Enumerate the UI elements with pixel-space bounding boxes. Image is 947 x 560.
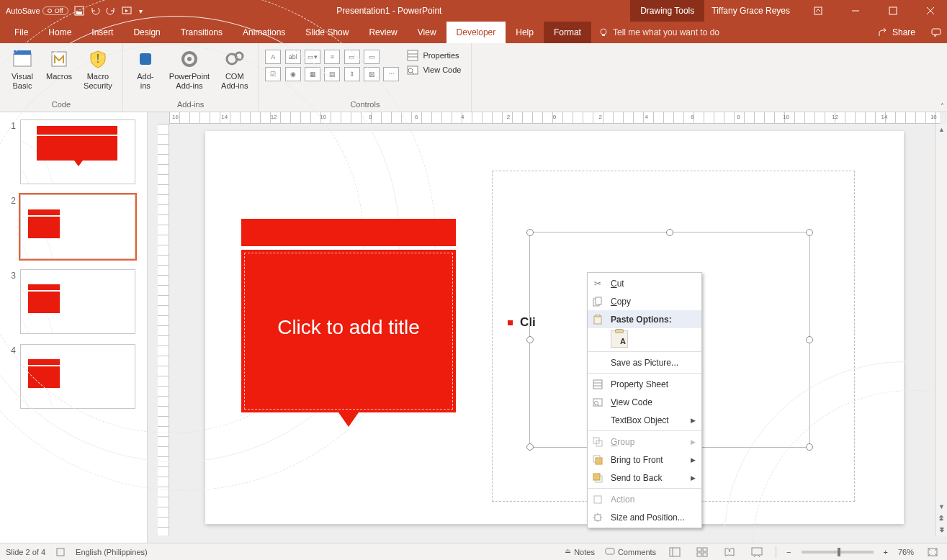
svg-rect-49 — [606, 548, 614, 554]
svg-rect-10 — [932, 29, 941, 35]
comments-button[interactable]: Comments — [605, 548, 656, 556]
tab-help[interactable]: Help — [506, 22, 544, 43]
ctx-size-position[interactable]: Size and Position... — [588, 508, 701, 526]
next-slide-icon[interactable]: ⯯ — [936, 524, 948, 536]
zoom-in-button[interactable]: + — [884, 548, 888, 556]
ctx-send-to-back[interactable]: Send to Back▶ — [588, 469, 701, 487]
status-bar: Slide 2 of 4 English (Philippines) ≐ Not… — [0, 543, 947, 560]
tab-view[interactable]: View — [408, 22, 446, 43]
property-sheet-icon — [591, 379, 605, 389]
prev-slide-icon[interactable]: ⯭ — [936, 512, 948, 524]
svg-rect-38 — [596, 458, 602, 464]
scroll-down-icon[interactable]: ▼ — [936, 501, 948, 512]
view-code-icon — [407, 64, 418, 76]
slide-canvas[interactable]: Click to add title Cli ✂Cut — [205, 131, 904, 524]
title-header-shape — [241, 219, 456, 246]
bullet-icon — [508, 320, 513, 325]
action-icon — [591, 494, 605, 505]
ctx-paste-options: Paste Options: — [588, 310, 701, 328]
tab-format[interactable]: Format — [544, 22, 591, 43]
normal-view-icon[interactable] — [666, 545, 683, 559]
collapse-ribbon-icon[interactable]: ˄ — [941, 102, 944, 110]
vertical-scrollbar[interactable]: ▲ ▼ ⯭ ⯯ — [935, 124, 947, 536]
svg-rect-27 — [596, 297, 601, 304]
svg-rect-53 — [703, 548, 707, 551]
properties-icon — [407, 50, 418, 61]
notes-button[interactable]: ≐ Notes — [565, 547, 595, 556]
ribbon-display-options-icon[interactable] — [802, 0, 835, 22]
tab-developer[interactable]: Developer — [446, 22, 506, 43]
lightbulb-icon — [598, 27, 609, 37]
contextual-tab-label: Drawing Tools — [630, 0, 704, 22]
slide-indicator[interactable]: Slide 2 of 4 — [6, 548, 45, 556]
svg-rect-54 — [697, 553, 701, 556]
maximize-button[interactable] — [876, 0, 910, 22]
svg-rect-55 — [703, 553, 707, 556]
size-position-icon — [591, 512, 605, 523]
view-code-label: View Code — [423, 66, 461, 74]
fit-to-window-icon[interactable] — [924, 545, 941, 559]
ctx-property-sheet[interactable]: Property Sheet — [588, 375, 701, 393]
share-icon — [878, 27, 888, 37]
view-code-icon — [591, 397, 605, 407]
svg-rect-43 — [595, 515, 601, 520]
ctx-action: Action — [588, 490, 701, 508]
scissors-icon: ✂ — [591, 279, 605, 289]
share-button[interactable]: Share — [868, 27, 925, 37]
zoom-out-button[interactable]: − — [786, 548, 791, 556]
slideshow-view-icon[interactable] — [748, 545, 766, 559]
tell-me-search[interactable]: Tell me what you want to do — [591, 27, 727, 37]
svg-rect-56 — [752, 548, 762, 555]
autosave-label: AutoSave — [6, 6, 40, 15]
svg-rect-48 — [57, 548, 64, 556]
svg-rect-9 — [602, 35, 605, 36]
svg-rect-5 — [889, 7, 897, 14]
svg-rect-3 — [814, 7, 822, 14]
title-placeholder[interactable]: Click to add title — [241, 250, 456, 412]
ctx-save-as-picture[interactable]: Save as Picture... — [588, 353, 701, 371]
work-area: 1 2 3 4 — [0, 112, 947, 543]
scroll-up-icon[interactable]: ▲ — [936, 124, 948, 135]
view-code-button[interactable]: View Code — [403, 63, 465, 76]
ctx-paste-keep-text[interactable]: A — [588, 328, 701, 350]
ctx-copy[interactable]: Copy — [588, 292, 701, 310]
svg-rect-28 — [594, 316, 601, 324]
account-name[interactable]: Tiffany Grace Reyes — [704, 6, 797, 16]
zoom-slider[interactable] — [802, 551, 874, 554]
paste-icon — [591, 315, 605, 325]
close-button[interactable] — [914, 0, 947, 22]
bring-front-icon — [591, 455, 605, 465]
properties-button[interactable]: Properties — [403, 49, 465, 62]
send-back-icon — [591, 473, 605, 483]
slide-editor[interactable]: 1614121086420246810121416 Click to add t… — [148, 112, 947, 543]
group-icon — [591, 437, 605, 447]
title-placeholder-text: Click to add title — [241, 316, 456, 339]
svg-rect-52 — [697, 548, 701, 551]
svg-rect-42 — [594, 496, 601, 503]
control-more-icon[interactable]: ⋯ — [383, 67, 399, 81]
ctx-view-code[interactable]: View Code — [588, 393, 701, 411]
accessibility-icon[interactable] — [55, 547, 66, 557]
zoom-level[interactable]: 76% — [898, 548, 914, 556]
tab-review[interactable]: Review — [359, 22, 407, 43]
context-menu: ✂Cut Copy Paste Options: A Save as Pictu… — [587, 272, 702, 528]
properties-label: Properties — [423, 51, 459, 60]
ctx-bring-to-front[interactable]: Bring to Front▶ — [588, 451, 701, 469]
copy-icon — [591, 297, 605, 307]
svg-rect-40 — [593, 474, 600, 480]
control-button-icon[interactable]: ▭ — [364, 50, 380, 64]
ctx-cut[interactable]: ✂Cut — [588, 274, 701, 292]
ctx-textbox-object[interactable]: TextBox Object▶ — [588, 411, 701, 429]
language-indicator[interactable]: English (Philippines) — [76, 548, 148, 556]
tell-me-label: Tell me what you want to do — [613, 27, 719, 37]
autosave-state: Off — [55, 7, 63, 14]
minimize-button[interactable] — [839, 0, 872, 22]
sorter-view-icon[interactable] — [694, 545, 711, 559]
reading-view-icon[interactable] — [721, 545, 738, 559]
svg-rect-20 — [408, 50, 418, 60]
comments-icon[interactable] — [925, 22, 947, 43]
autosave-toggle[interactable]: AutoSave Off — [6, 0, 68, 22]
svg-rect-30 — [593, 380, 602, 389]
ctx-group: Group▶ — [588, 433, 701, 451]
svg-rect-29 — [596, 315, 600, 317]
